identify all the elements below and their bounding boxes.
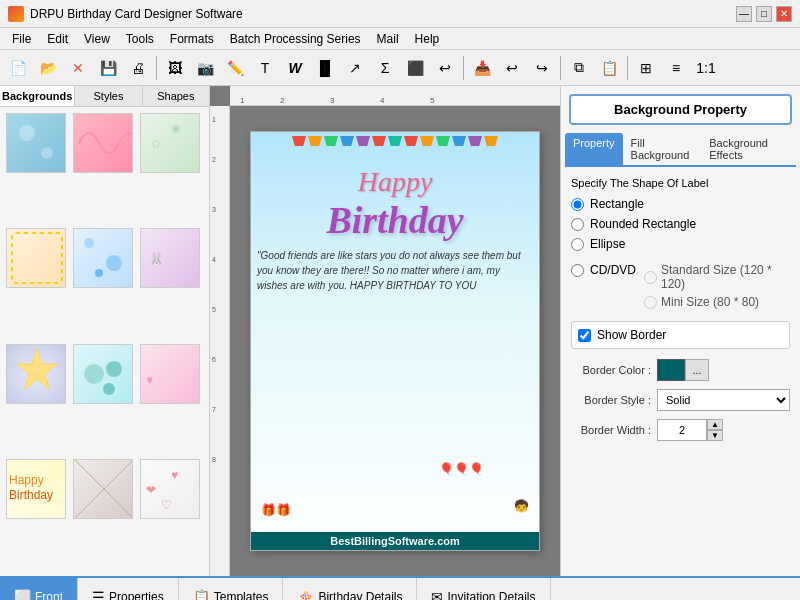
radio-cd-dvd[interactable]: CD/DVD: [571, 263, 636, 277]
watermark-text: BestBillingSoftware.com: [251, 532, 539, 550]
border-width-up[interactable]: ▲: [707, 419, 723, 430]
border-width-row: Border Width : ▲ ▼: [571, 419, 790, 441]
open-button[interactable]: 📂: [34, 54, 62, 82]
background-thumb-12[interactable]: ❤♥♡: [140, 459, 200, 519]
photo-button[interactable]: 📷: [191, 54, 219, 82]
menu-tools[interactable]: Tools: [118, 30, 162, 48]
import-button[interactable]: 📥: [468, 54, 496, 82]
bottom-tab-front-label: Front: [35, 590, 63, 600]
border-color-label: Border Color :: [571, 364, 651, 376]
print-button[interactable]: 🖨: [124, 54, 152, 82]
export-button[interactable]: ↩: [431, 54, 459, 82]
svg-point-0: [19, 125, 35, 141]
paste-button[interactable]: 📋: [595, 54, 623, 82]
bottom-tab-invitation-label: Invitation Details: [447, 590, 535, 600]
minimize-button[interactable]: —: [736, 6, 752, 22]
tab-background-effects[interactable]: Background Effects: [701, 133, 796, 165]
left-tabs: Backgrounds Styles Shapes: [0, 86, 209, 107]
undo-button[interactable]: ↩: [498, 54, 526, 82]
image-button[interactable]: 🖼: [161, 54, 189, 82]
bottom-tab-properties[interactable]: ☰ Properties: [78, 578, 179, 600]
show-border-checkbox[interactable]: [578, 329, 591, 342]
svg-text:♥: ♥: [171, 468, 178, 482]
tab-property[interactable]: Property: [565, 133, 623, 165]
birthday-details-icon: 🎂: [297, 589, 314, 600]
close-button[interactable]: ✕: [64, 54, 92, 82]
radio-rectangle[interactable]: Rectangle: [571, 197, 790, 211]
menu-mail[interactable]: Mail: [369, 30, 407, 48]
background-thumb-6[interactable]: 🐰: [140, 228, 200, 288]
wordart-button[interactable]: W: [281, 54, 309, 82]
symbol-button[interactable]: Σ: [371, 54, 399, 82]
menu-formats[interactable]: Formats: [162, 30, 222, 48]
tab-backgrounds[interactable]: Backgrounds: [0, 86, 75, 106]
tab-shapes[interactable]: Shapes: [143, 86, 209, 106]
svg-point-5: [84, 238, 94, 248]
border-width-down[interactable]: ▼: [707, 430, 723, 441]
grid-button[interactable]: ⊞: [632, 54, 660, 82]
background-thumb-7[interactable]: [6, 344, 66, 404]
maximize-button[interactable]: □: [756, 6, 772, 22]
radio-rounded-rectangle[interactable]: Rounded Rectangle: [571, 217, 790, 231]
copy-button[interactable]: ⧉: [565, 54, 593, 82]
right-panel: Background Property Property Fill Backgr…: [560, 86, 800, 576]
background-thumb-11[interactable]: [73, 459, 133, 519]
cd-options: Standard Size (120 * 120) Mini Size (80 …: [644, 263, 790, 309]
card-happy-text: Happy: [251, 166, 539, 198]
layout-button[interactable]: ≡: [662, 54, 690, 82]
barcode-button[interactable]: ▐▌: [311, 54, 339, 82]
shape-radio-group: Rectangle Rounded Rectangle Ellipse: [571, 197, 790, 251]
invitation-details-icon: ✉: [431, 589, 443, 600]
property-tabs: Property Fill Background Background Effe…: [565, 133, 796, 167]
border-color-picker[interactable]: [657, 359, 685, 381]
border-width-input[interactable]: [657, 419, 707, 441]
background-thumb-8[interactable]: [73, 344, 133, 404]
menu-help[interactable]: Help: [407, 30, 448, 48]
border-width-spinner: ▲ ▼: [707, 419, 723, 441]
background-thumb-9[interactable]: ♥: [140, 344, 200, 404]
svg-text:Birthday: Birthday: [9, 488, 53, 502]
tab-styles[interactable]: Styles: [75, 86, 142, 106]
show-border-row[interactable]: Show Border: [571, 321, 790, 349]
menu-edit[interactable]: Edit: [39, 30, 76, 48]
zoom-button[interactable]: 1:1: [692, 54, 720, 82]
app-icon: [8, 6, 24, 22]
background-thumb-3[interactable]: ✿❀: [140, 113, 200, 173]
border-style-row: Border Style : Solid Dashed Dotted: [571, 389, 790, 411]
background-thumb-2[interactable]: [73, 113, 133, 173]
new-button[interactable]: 📄: [4, 54, 32, 82]
menu-batch-processing[interactable]: Batch Processing Series: [222, 30, 369, 48]
menu-file[interactable]: File: [4, 30, 39, 48]
bottom-tab-invitation-details[interactable]: ✉ Invitation Details: [417, 578, 550, 600]
background-thumb-10[interactable]: HappyBirthday: [6, 459, 66, 519]
text-button[interactable]: T: [251, 54, 279, 82]
main-content: Backgrounds Styles Shapes ✿❀ 🐰: [0, 86, 800, 576]
svg-point-1: [41, 147, 53, 159]
background-thumb-5[interactable]: [73, 228, 133, 288]
cd-standard-size[interactable]: Standard Size (120 * 120): [644, 263, 790, 291]
bottom-tab-birthday-details[interactable]: 🎂 Birthday Details: [283, 578, 417, 600]
canvas-wrapper: Happy Birthday "Good friends are like st…: [230, 106, 560, 576]
border-style-select[interactable]: Solid Dashed Dotted: [657, 389, 790, 411]
qr-button[interactable]: ⬛: [401, 54, 429, 82]
close-button[interactable]: ✕: [776, 6, 792, 22]
window-controls[interactable]: — □ ✕: [736, 6, 792, 22]
bottom-tab-templates[interactable]: 📋 Templates: [179, 578, 284, 600]
svg-text:🐰: 🐰: [149, 251, 164, 266]
radio-ellipse[interactable]: Ellipse: [571, 237, 790, 251]
app-title: DRPU Birthday Card Designer Software: [30, 7, 736, 21]
birthday-card[interactable]: Happy Birthday "Good friends are like st…: [250, 131, 540, 551]
redo-button[interactable]: ↪: [528, 54, 556, 82]
arrow-button[interactable]: ↗: [341, 54, 369, 82]
tab-fill-background[interactable]: Fill Background: [623, 133, 702, 165]
shape-section-label: Specify The Shape Of Label: [571, 177, 790, 189]
background-thumb-4[interactable]: [6, 228, 66, 288]
cd-mini-size[interactable]: Mini Size (80 * 80): [644, 295, 790, 309]
background-thumb-1[interactable]: [6, 113, 66, 173]
border-color-more-button[interactable]: ...: [685, 359, 709, 381]
bottom-tab-front[interactable]: ⬜ Front: [0, 578, 78, 600]
menu-view[interactable]: View: [76, 30, 118, 48]
svg-text:♡: ♡: [161, 498, 172, 512]
draw-button[interactable]: ✏️: [221, 54, 249, 82]
save-button[interactable]: 💾: [94, 54, 122, 82]
